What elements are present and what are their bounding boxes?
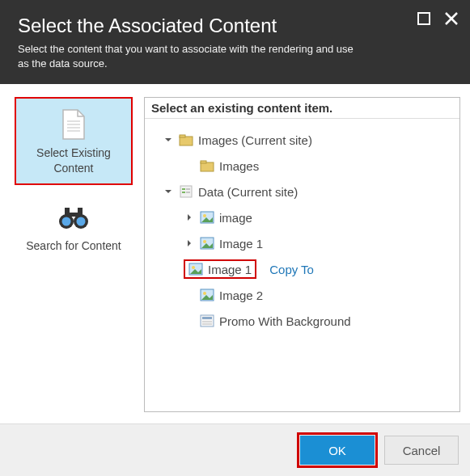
left-panel: Select Existing Content Search for Conte… <box>15 97 133 412</box>
tree-node-label: Image 1 <box>208 263 252 276</box>
tree-node-image-1[interactable]: Image 1 <box>148 230 456 256</box>
tree-node-image-1-selected[interactable]: Image 1 Copy To <box>148 256 456 282</box>
tree-scroll[interactable]: Images (Current site) Images <box>145 119 459 411</box>
maximize-icon <box>417 11 431 26</box>
svg-rect-12 <box>78 208 83 216</box>
tree-node-image[interactable]: image <box>148 204 456 230</box>
svg-rect-13 <box>70 213 78 217</box>
close-button[interactable] <box>444 11 459 26</box>
folder-icon <box>200 158 214 173</box>
tree-node-image-2[interactable]: Image 2 <box>148 282 456 308</box>
svg-rect-14 <box>180 137 193 145</box>
dialog-subtitle: Select the content that you want to asso… <box>18 42 366 71</box>
right-panel-title: Select an existing content item. <box>145 98 459 119</box>
tree-node-images[interactable]: Images <box>148 153 456 179</box>
dialog-footer: OK Cancel <box>0 423 470 476</box>
search-for-content-option[interactable]: Search for Content <box>15 192 133 261</box>
binoculars-icon <box>57 201 90 234</box>
tree-node-data-current-site[interactable]: Data (Current site) <box>148 179 456 204</box>
tree-node-images-current-site[interactable]: Images (Current site) <box>148 127 456 153</box>
close-icon <box>444 11 459 26</box>
svg-point-10 <box>77 217 86 225</box>
component-icon <box>200 314 214 328</box>
svg-point-24 <box>203 214 206 217</box>
svg-rect-15 <box>180 135 185 137</box>
document-icon <box>57 108 90 141</box>
svg-rect-32 <box>202 317 212 319</box>
tree-node-label: Image 2 <box>219 289 263 302</box>
select-existing-content-label: Select Existing Content <box>21 145 126 175</box>
cancel-button[interactable]: Cancel <box>384 436 459 465</box>
tree-node-label: Images <box>219 159 259 173</box>
expand-icon[interactable] <box>184 212 195 223</box>
tree-node-label: image <box>219 211 252 225</box>
right-panel: Select an existing content item. Images … <box>144 97 460 412</box>
svg-rect-20 <box>182 192 185 193</box>
svg-point-30 <box>203 292 206 295</box>
ok-button[interactable]: OK <box>300 436 375 465</box>
svg-point-28 <box>192 266 195 269</box>
tree-container: Images (Current site) Images <box>145 119 459 411</box>
tree-node-label: Data (Current site) <box>198 185 298 199</box>
image-icon <box>200 236 214 251</box>
image-icon <box>200 210 214 225</box>
select-existing-content-option[interactable]: Select Existing Content <box>15 97 133 184</box>
window-controls <box>417 11 459 26</box>
svg-rect-11 <box>65 208 70 216</box>
data-icon <box>179 184 193 199</box>
tree-node-label: Promo With Background <box>219 314 351 328</box>
image-icon <box>200 288 214 302</box>
selection-highlight: Image 1 <box>184 259 256 279</box>
svg-rect-0 <box>418 13 430 24</box>
dialog-title: Select the Associated Content <box>18 15 452 37</box>
dialog-header: Select the Associated Content Select the… <box>0 0 470 84</box>
svg-rect-17 <box>201 161 206 163</box>
tree-node-label: Image 1 <box>219 237 263 251</box>
svg-point-26 <box>203 240 206 243</box>
search-for-content-label: Search for Content <box>26 238 121 253</box>
image-icon <box>188 262 203 276</box>
svg-point-8 <box>62 217 71 225</box>
dialog-body: Select Existing Content Search for Conte… <box>0 84 470 423</box>
collapse-icon[interactable] <box>163 186 174 197</box>
tree-node-label: Images (Current site) <box>198 133 312 147</box>
copy-to-link[interactable]: Copy To <box>269 263 314 276</box>
svg-rect-19 <box>182 188 185 190</box>
tree-node-promo-with-background[interactable]: Promo With Background <box>148 308 456 334</box>
folder-icon <box>179 133 193 147</box>
svg-rect-16 <box>201 162 214 171</box>
collapse-icon[interactable] <box>163 134 174 145</box>
dialog: Select the Associated Content Select the… <box>0 0 470 476</box>
expand-icon[interactable] <box>184 238 195 249</box>
maximize-button[interactable] <box>417 11 431 26</box>
